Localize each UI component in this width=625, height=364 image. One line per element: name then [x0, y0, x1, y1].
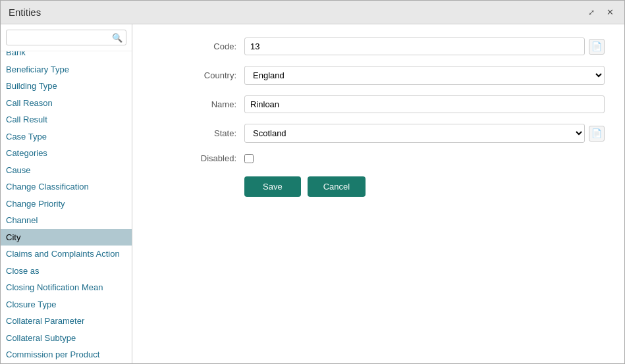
- code-row: Code: 📄: [152, 38, 605, 55]
- search-input-wrapper: 🔍: [6, 30, 126, 45]
- list-item[interactable]: Collateral Parameter: [1, 313, 132, 330]
- country-row: Country: EnglandScotlandWalesNorthern Ir…: [152, 66, 605, 85]
- list-item[interactable]: Close as: [1, 263, 132, 280]
- expand-button[interactable]: ⤢: [585, 6, 598, 19]
- button-row: Save Cancel: [152, 176, 605, 197]
- save-button[interactable]: Save: [244, 176, 301, 197]
- state-select[interactable]: ScotlandEnglandWalesNorthern Ireland: [244, 124, 585, 143]
- state-icon: 📄: [591, 128, 602, 138]
- code-icon: 📄: [591, 41, 602, 51]
- close-icon: ✕: [607, 7, 614, 17]
- disabled-checkbox[interactable]: [244, 154, 254, 163]
- list-item[interactable]: Change Classification: [1, 178, 132, 195]
- state-control: ScotlandEnglandWalesNorthern Ireland 📄: [244, 124, 605, 143]
- search-icon[interactable]: 🔍: [112, 33, 122, 43]
- state-row: State: ScotlandEnglandWalesNorthern Irel…: [152, 124, 605, 143]
- code-control: 📄: [244, 38, 605, 55]
- state-label: State:: [152, 128, 244, 138]
- title-bar: Entities ⤢ ✕: [1, 1, 624, 24]
- list-item[interactable]: Closing Notification Mean: [1, 279, 132, 296]
- search-input[interactable]: [6, 30, 126, 45]
- close-button[interactable]: ✕: [603, 6, 616, 19]
- entity-list: Access RightsAction to FollowActionsActi…: [1, 51, 132, 363]
- disabled-checkbox-wrapper: [244, 154, 254, 163]
- state-icon-btn[interactable]: 📄: [589, 126, 605, 142]
- name-input[interactable]: [244, 95, 605, 113]
- list-item[interactable]: Case Type: [1, 128, 132, 145]
- name-row: Name:: [152, 95, 605, 113]
- country-label: Country:: [152, 70, 244, 80]
- list-item[interactable]: Call Reason: [1, 95, 132, 112]
- list-item[interactable]: Call Result: [1, 111, 132, 128]
- code-label: Code:: [152, 41, 244, 51]
- window-title: Entities: [9, 7, 41, 18]
- sidebar: 🔍 Access RightsAction to FollowActionsAc…: [1, 24, 132, 363]
- search-bar: 🔍: [1, 24, 132, 51]
- entities-window: Entities ⤢ ✕ 🔍 Access RightsAction to Fo…: [0, 0, 625, 364]
- country-control: EnglandScotlandWalesNorthern Ireland: [244, 66, 605, 85]
- country-select[interactable]: EnglandScotlandWalesNorthern Ireland: [244, 66, 605, 85]
- list-item[interactable]: Change Priority: [1, 195, 132, 213]
- list-item[interactable]: Building Type: [1, 78, 132, 95]
- code-input[interactable]: [244, 38, 585, 55]
- list-item[interactable]: Cause: [1, 162, 132, 179]
- list-item[interactable]: Channel: [1, 212, 132, 229]
- title-bar-right: ⤢ ✕: [585, 6, 616, 19]
- name-label: Name:: [152, 99, 244, 109]
- list-item[interactable]: Bank: [1, 51, 132, 61]
- detail-panel: Code: 📄 Country: EnglandScotlandWalesNor…: [132, 24, 624, 363]
- name-control: [244, 95, 605, 113]
- code-icon-btn[interactable]: 📄: [589, 39, 605, 55]
- list-item[interactable]: City: [1, 229, 132, 246]
- expand-icon: ⤢: [588, 8, 595, 17]
- disabled-row: Disabled:: [152, 153, 605, 163]
- list-item[interactable]: Closure Type: [1, 296, 132, 313]
- list-item[interactable]: Claims and Complaints Action: [1, 246, 132, 263]
- disabled-control: [244, 154, 605, 163]
- disabled-label: Disabled:: [152, 153, 244, 163]
- cancel-button[interactable]: Cancel: [308, 176, 366, 197]
- main-content: 🔍 Access RightsAction to FollowActionsAc…: [1, 24, 624, 363]
- list-item[interactable]: Commission per Product: [1, 346, 132, 363]
- list-item[interactable]: Beneficiary Type: [1, 61, 132, 78]
- title-bar-left: Entities: [9, 7, 41, 18]
- list-item[interactable]: Categories: [1, 145, 132, 162]
- list-item[interactable]: Collateral Subtype: [1, 330, 132, 347]
